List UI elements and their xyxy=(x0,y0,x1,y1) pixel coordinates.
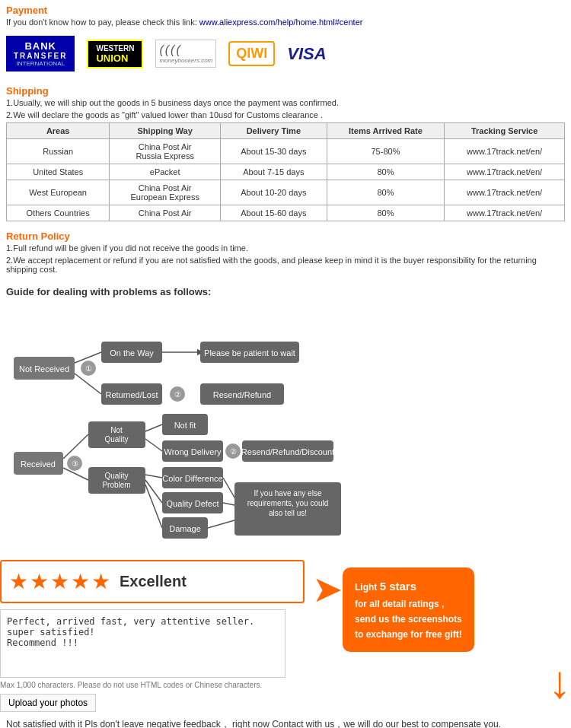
svg-text:①: ① xyxy=(85,364,92,373)
star-3-icon: ★ xyxy=(50,569,69,594)
svg-line-16 xyxy=(75,374,101,394)
svg-text:③: ③ xyxy=(72,459,78,468)
col-areas: Areas xyxy=(7,123,110,139)
svg-text:Quality: Quality xyxy=(104,472,128,480)
bank-transfer-logo: BANK TRANSFER INTERNATIONAL xyxy=(6,36,75,72)
callout-box: Light 5 stars for all detail ratings ,se… xyxy=(343,567,474,652)
callout-light: Light xyxy=(355,582,380,593)
guide-title: Guide for dealing with problems as follo… xyxy=(6,286,565,297)
not-satisfied-text: Not satisfied with it Pls don't leave ne… xyxy=(6,718,565,728)
svg-text:Returned/Lost: Returned/Lost xyxy=(105,390,158,399)
svg-text:Received: Received xyxy=(21,459,56,469)
payment-section: Payment If you don't know how to pay, pl… xyxy=(0,0,571,81)
callout-with-arrow: ➤ Light 5 stars for all detail ratings ,… xyxy=(312,567,571,652)
guide-section: Guide for dealing with problems as follo… xyxy=(0,281,571,554)
star-2-icon: ★ xyxy=(30,569,49,594)
svg-text:Not: Not xyxy=(110,426,123,434)
shipping-title: Shipping xyxy=(6,85,565,97)
stars-display: ★ ★ ★ ★ ★ xyxy=(9,569,110,594)
return-policy-section: Return Policy 1.Full refund will be give… xyxy=(0,226,571,281)
shipping-note2: 2.We will declare the goods as "gift" va… xyxy=(6,110,565,119)
svg-text:Quality: Quality xyxy=(104,435,128,443)
svg-line-45 xyxy=(145,424,162,431)
svg-text:Please be patient to wait: Please be patient to wait xyxy=(204,348,295,358)
svg-line-53 xyxy=(63,434,88,459)
svg-line-46 xyxy=(145,439,162,451)
review-hint: Max 1,000 characters. Please do not use … xyxy=(0,681,305,689)
svg-text:requirements, you could: requirements, you could xyxy=(247,499,329,507)
shipping-section: Shipping 1.Usually, we will ship out the… xyxy=(0,81,571,226)
review-box: ★ ★ ★ ★ ★ Excellent xyxy=(0,560,305,603)
left-arrow-icon: ➤ xyxy=(312,571,343,608)
col-delivery-time: Delivery Time xyxy=(221,123,327,139)
svg-text:②: ② xyxy=(230,447,237,456)
svg-line-51 xyxy=(223,503,234,505)
col-tracking: Tracking Service xyxy=(445,123,565,139)
callout-5stars: 5 stars xyxy=(380,580,416,593)
table-row: Others Countries China Post Air About 15… xyxy=(7,205,565,221)
svg-text:Quality Defect: Quality Defect xyxy=(166,499,219,508)
svg-text:Not Received: Not Received xyxy=(19,364,69,374)
review-textarea[interactable]: Perfect, arrived fast, very attentive se… xyxy=(0,609,286,678)
payment-title: Payment xyxy=(6,5,565,16)
down-arrow-icon: ↓ xyxy=(312,660,571,705)
return-policy-title: Return Policy xyxy=(6,230,565,242)
star-1-icon: ★ xyxy=(9,569,28,594)
upload-photos-button[interactable]: Upload your photos xyxy=(0,694,96,712)
svg-text:Wrong Delivery: Wrong Delivery xyxy=(164,447,222,456)
payment-help-link[interactable]: www.aliexpress.com/help/home.html#center xyxy=(199,17,363,27)
star-5-icon: ★ xyxy=(91,569,110,594)
visa-logo: VISA xyxy=(287,44,326,64)
review-wrapper: ★ ★ ★ ★ ★ Excellent Perfect, arrived fas… xyxy=(0,560,571,712)
col-arrived-rate: Items Arrived Rate xyxy=(327,123,445,139)
flowchart: Not Received ① On the Way Please be pati… xyxy=(6,304,471,547)
table-row: West European China Post AirEuropean Exp… xyxy=(7,180,565,205)
table-row: United States ePacket About 7-15 days 80… xyxy=(7,164,565,180)
return-note2: 2.We accept replacement or refund if you… xyxy=(6,256,565,274)
return-note1: 1.Full refund will be given if you did n… xyxy=(6,243,565,253)
svg-text:Color Difference: Color Difference xyxy=(162,474,222,483)
table-row: Russian China Post AirRussia Express Abo… xyxy=(7,139,565,164)
svg-text:Resend/Refund/Discount: Resend/Refund/Discount xyxy=(241,447,334,456)
svg-line-50 xyxy=(223,478,234,498)
excellent-label: Excellent xyxy=(120,573,187,590)
review-right-col: ➤ Light 5 stars for all detail ratings ,… xyxy=(312,560,571,705)
shipping-note1: 1.Usually, we will ship out the goods in… xyxy=(6,98,565,107)
svg-text:also tell us!: also tell us! xyxy=(269,509,307,517)
svg-text:Resend/Refund: Resend/Refund xyxy=(213,390,271,399)
star-4-icon: ★ xyxy=(71,569,90,594)
svg-text:On the Way: On the Way xyxy=(110,348,154,358)
svg-line-52 xyxy=(208,520,234,528)
moneybookers-logo: (((( moneybookers.com xyxy=(155,40,216,68)
svg-text:If you have any else: If you have any else xyxy=(254,489,322,498)
review-left-col: ★ ★ ★ ★ ★ Excellent Perfect, arrived fas… xyxy=(0,560,305,712)
svg-text:Problem: Problem xyxy=(102,481,130,489)
svg-text:②: ② xyxy=(174,390,181,399)
qiwi-logo: QIWI xyxy=(228,41,275,66)
col-shipping-way: Shipping Way xyxy=(110,123,221,139)
svg-line-47 xyxy=(145,475,162,478)
payment-logos: BANK TRANSFER INTERNATIONAL WESTERN UNIO… xyxy=(6,31,565,76)
shipping-table: Areas Shipping Way Delivery Time Items A… xyxy=(6,122,565,221)
payment-help-text: If you don't know how to pay, please che… xyxy=(6,17,565,27)
svg-text:Not fit: Not fit xyxy=(174,421,196,430)
western-union-logo: WESTERN UNION xyxy=(87,40,143,68)
callout-detail: for all detail ratings ,send us the scre… xyxy=(355,599,462,641)
svg-text:Damage: Damage xyxy=(169,524,201,533)
